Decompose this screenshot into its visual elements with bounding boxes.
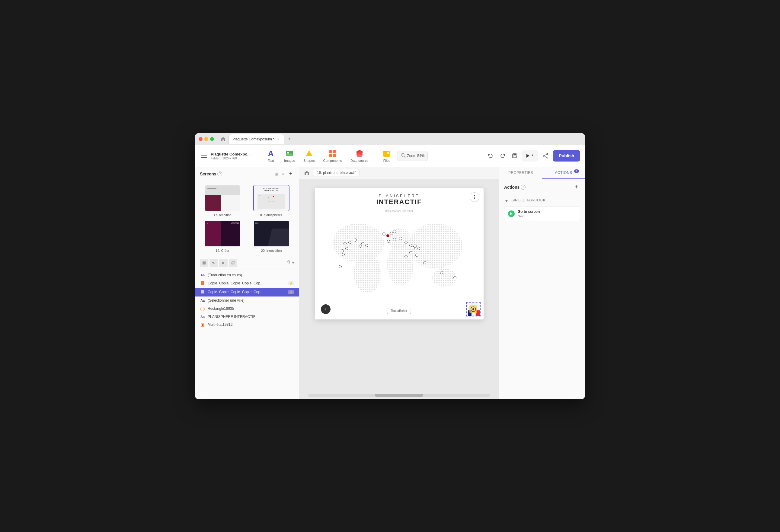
map-dot-25[interactable] [423, 261, 426, 264]
selected-element-box[interactable] [466, 302, 481, 317]
share-button[interactable] [541, 151, 550, 161]
map-dot-13[interactable] [393, 230, 396, 233]
map-dot-10[interactable] [383, 233, 386, 236]
map-dot-22[interactable] [409, 251, 412, 254]
layer-list: Aa (Traduction en cours) Copie_Copie_Cop… [195, 270, 299, 399]
layer-dropdown-button[interactable]: ▾ [292, 261, 294, 265]
map-dot-15[interactable] [393, 238, 396, 241]
back-button[interactable]: ‹ [321, 304, 331, 314]
page-hint: (Sélectionner une ville) [315, 209, 484, 212]
text-tool[interactable]: A Text [263, 148, 279, 164]
svg-point-42 [354, 254, 381, 293]
files-tool[interactable]: + Files [379, 148, 394, 164]
maximize-button[interactable] [210, 137, 214, 141]
add-tab-button[interactable]: + [286, 135, 293, 143]
layer-tool-2[interactable] [209, 259, 218, 267]
svg-point-23 [543, 155, 544, 156]
screens-grid: 17. ambition PLANISPHÈREINTERACTIF world… [195, 181, 299, 256]
save-button[interactable] [510, 151, 520, 161]
screen-item-20[interactable]: 2018 20. innovation [249, 221, 294, 252]
map-dot-17[interactable] [404, 241, 407, 244]
menu-button[interactable] [470, 192, 479, 202]
map-dot-27[interactable] [440, 271, 443, 274]
play-button[interactable] [522, 150, 538, 161]
layer-delete-button[interactable] [286, 260, 291, 266]
map-dot-28[interactable] [453, 276, 456, 279]
screen-item-17[interactable]: 17. ambition [200, 185, 245, 217]
map-dot-20[interactable] [413, 245, 417, 248]
hamburger-menu[interactable] [200, 152, 208, 160]
close-button[interactable] [199, 137, 202, 141]
datasource-icon [355, 149, 364, 158]
svg-rect-32 [213, 263, 214, 264]
images-tool[interactable]: Images [281, 148, 298, 164]
map-dot-16[interactable] [399, 237, 402, 240]
home-icon[interactable] [219, 135, 227, 143]
layer-tool-3[interactable] [219, 259, 228, 267]
add-screen-button[interactable]: + [287, 171, 294, 177]
layer-planisphere[interactable]: Aa PLANISPHÈRE INTERACTIF [195, 313, 299, 321]
components-label: Components [323, 159, 342, 162]
screen-item-19[interactable]: CRÉER ■ 19. Créer [200, 221, 245, 252]
components-tool[interactable]: Components [320, 148, 345, 164]
undo-button[interactable] [486, 151, 495, 161]
layer-name-copie1: Copie_Copie_Copie_Copie_Cop... [208, 281, 286, 285]
tab-area: Plaquette Comexposium * × + [219, 134, 293, 144]
map-dot-26[interactable] [339, 265, 342, 268]
layer-selectioner[interactable]: Aa (Sélectionner une ville) [195, 296, 299, 304]
map-dot-2[interactable] [348, 241, 351, 244]
layer-copie2[interactable]: Copie_Copie_Copie_Copie_Cop... ⚡ [195, 288, 299, 296]
active-tab[interactable]: Plaquette Comexposium * × [229, 134, 284, 144]
map-dot-21[interactable] [417, 247, 420, 250]
map-dot-3[interactable] [343, 242, 346, 245]
svg-rect-33 [222, 262, 224, 264]
grid-view-button[interactable]: ⊞ [274, 171, 279, 177]
layer-copie1[interactable]: Copie_Copie_Copie_Copie_Cop... ⚡ [195, 279, 299, 288]
map-dot-24[interactable] [404, 255, 407, 258]
map-dot-12[interactable] [390, 232, 393, 235]
map-dot-14[interactable] [387, 240, 390, 243]
map-dot-8[interactable] [361, 242, 364, 245]
breadcrumb-screen-tab[interactable]: 18. planisphereInteractif [313, 169, 359, 176]
map-dot-23[interactable] [416, 254, 419, 257]
canvas-scrollbar[interactable] [308, 394, 490, 397]
breadcrumb-home-icon[interactable] [303, 169, 310, 177]
map-dot-18[interactable] [409, 244, 412, 247]
layer-traduction[interactable]: Aa (Traduction en cours) [195, 271, 299, 279]
map-dot-9[interactable] [365, 244, 368, 247]
layer-rectangle[interactable]: ◯ Rectangle18935 [195, 304, 299, 313]
svg-point-22 [547, 153, 548, 155]
tab-actions[interactable]: ACTIONS 1 [542, 167, 585, 179]
zoom-control[interactable]: Zoom 54% [397, 151, 428, 161]
actions-header: Actions ? + [499, 179, 585, 195]
map-dot-red[interactable] [386, 234, 389, 237]
map-dot-7[interactable] [359, 245, 362, 248]
actions-help-icon[interactable]: ? [521, 185, 526, 190]
svg-marker-50 [510, 212, 513, 215]
shapes-tool[interactable]: Shapes [300, 148, 318, 164]
screens-help-icon[interactable]: ? [217, 172, 222, 176]
layer-tool-4[interactable] [229, 259, 237, 267]
layer-tool-1[interactable] [200, 259, 208, 267]
map-dot-6[interactable] [342, 253, 345, 256]
add-action-button[interactable]: + [573, 184, 580, 191]
tab-close-icon[interactable]: × [276, 137, 281, 141]
tab-properties[interactable]: PROPERTIES [499, 167, 542, 179]
canvas-container[interactable]: PLANISPHÈRE INTERACTIF (Sélectionner une… [299, 179, 499, 394]
layer-multietat[interactable]: ▣ Multi-état19312 [195, 321, 299, 329]
list-view-button[interactable]: ≡ [281, 171, 285, 177]
redo-button[interactable] [498, 151, 507, 161]
datasource-tool[interactable]: Data source [347, 148, 371, 164]
actions-title: Actions [504, 185, 520, 190]
map-dot-5[interactable] [341, 249, 344, 252]
screen-label-19: 19. Créer [215, 249, 230, 252]
svg-rect-19 [514, 154, 516, 155]
map-dot-4[interactable] [345, 247, 348, 250]
map-dot-1[interactable] [354, 239, 357, 242]
publish-button[interactable]: Publish [553, 150, 580, 161]
minimize-button[interactable] [204, 137, 208, 141]
tout-afficher-button[interactable]: Tout afficher [387, 308, 411, 314]
action-card[interactable]: Go to screen Next [504, 206, 580, 221]
screen-item-18[interactable]: PLANISPHÈREINTERACTIF world map 18. plan… [249, 185, 294, 217]
page-subtitle: PLANISPHÈRE [315, 194, 484, 198]
